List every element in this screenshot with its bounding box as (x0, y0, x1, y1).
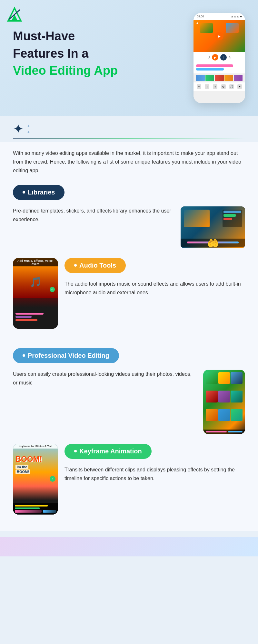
libraries-description: Pre-defined templates, stickers, and eff… (13, 206, 174, 224)
audio-phone-screen: Add Music, Effects, Voice-overs 🎵 ✓ (13, 258, 58, 329)
big-star-icon: ✦ (13, 122, 24, 135)
professional-phone-image (203, 370, 245, 434)
audio-tools-description: The audio tool imports music or sound ef… (64, 279, 245, 297)
logo (6, 6, 23, 23)
section-professional: Professional Video Editing Users can eas… (13, 348, 245, 434)
pill-professional-label: Professional Video Editing (28, 352, 109, 359)
pill-keyframe-dot (74, 450, 77, 452)
professional-content: Users can easily create professional-loo… (13, 370, 245, 434)
pill-professional: Professional Video Editing (13, 348, 119, 363)
audio-controls (15, 313, 55, 322)
phone-thumbnails (194, 73, 245, 82)
keyframe-content: Keyframe for Sticker & Text BOOM! im the… (13, 444, 245, 515)
keyframe-phone-screen: Keyframe for Sticker & Text BOOM! im the… (13, 444, 58, 515)
pill-audio-tools: Audio Tools (64, 258, 126, 273)
star-decoration: ✦ + + (13, 122, 245, 135)
small-star-1-icon: + (27, 123, 30, 128)
divider-line (13, 138, 245, 139)
audio-phone-image: Add Music, Effects, Voice-overs 🎵 ✓ (13, 258, 58, 329)
keyframe-description: Transits between different clips and dis… (64, 465, 245, 483)
title-highlight: Video Editing App (13, 63, 194, 78)
svg-marker-1 (11, 14, 18, 21)
title-line1: Must-Have (13, 29, 194, 44)
phone-time: 09:00 (197, 15, 204, 18)
bottom-decoration (0, 537, 258, 556)
phone-bottom-tools: ✂ ↕ ○ ⚙ 🎵 ✦ (194, 82, 245, 91)
phone-video-area: ◀ ▶ (194, 20, 245, 52)
audio-tools-content: Add Music, Effects, Voice-overs 🎵 ✓ (13, 258, 245, 329)
libraries-content: Pre-defined templates, stickers, and eff… (13, 206, 245, 248)
phone-screen: ◀ ▶ ↺ ▶ ⏸ ↻ (194, 20, 245, 103)
header-section: Must-Have Features In a Video Editing Ap… (0, 0, 258, 116)
pill-libraries-dot (23, 191, 25, 194)
small-star-2-icon: + (27, 129, 30, 135)
pill-professional-dot (23, 354, 25, 357)
intro-paragraph: With so many video editing apps availabl… (13, 149, 245, 175)
audio-phone-label: Add Music, Effects, Voice-overs (13, 258, 58, 267)
phone-timeline (194, 62, 245, 73)
section-audio-tools: Add Music, Effects, Voice-overs 🎵 ✓ (13, 258, 245, 329)
pill-audio-label: Audio Tools (79, 262, 116, 269)
libraries-phone-screen: 🤲 (181, 206, 245, 248)
header-text: Must-Have Features In a Video Editing Ap… (13, 10, 194, 78)
pill-libraries-label: Libraries (28, 189, 55, 196)
pill-libraries: Libraries (13, 185, 64, 200)
pill-keyframe: Keyframe Animation (64, 444, 152, 459)
audio-tools-text: Audio Tools The audio tool imports music… (64, 258, 245, 297)
keyframe-phone-label: Keyframe for Sticker & Text (13, 444, 58, 449)
phone-status-bar: 09:00 ▲▲▲ ■ (194, 13, 245, 20)
phone-icons: ▲▲▲ ■ (231, 15, 242, 18)
title-line2: Features In a (13, 46, 194, 61)
libraries-phone-image: 🤲 (181, 206, 245, 248)
keyframe-controls (13, 503, 58, 515)
keyframe-phone-image: Keyframe for Sticker & Text BOOM! im the… (13, 444, 58, 515)
section-keyframe: Keyframe for Sticker & Text BOOM! im the… (13, 444, 245, 515)
professional-phone-screen (203, 370, 245, 434)
keyframe-text: Keyframe Animation Transits between diff… (64, 444, 245, 483)
pill-audio-dot (74, 264, 77, 267)
spacer-1 (13, 338, 245, 348)
pill-keyframe-label: Keyframe Animation (79, 448, 142, 455)
small-stars: + + (27, 123, 30, 135)
section-libraries: Libraries Pre-defined templates, sticker… (13, 185, 245, 248)
main-content: With so many video editing apps availabl… (0, 142, 258, 531)
phone-controls: ↺ ▶ ⏸ ↻ (194, 52, 245, 62)
divider-section: ✦ + + (0, 116, 258, 142)
phone-mockup-header: 09:00 ▲▲▲ ■ ◀ ▶ ↺ ▶ ⏸ ↻ (194, 13, 245, 103)
professional-description: Users can easily create professional-loo… (13, 370, 197, 387)
